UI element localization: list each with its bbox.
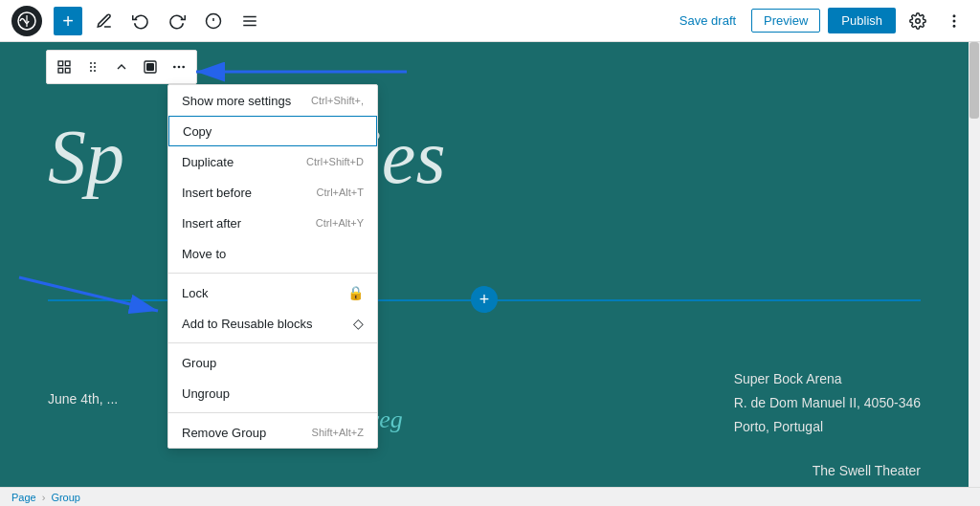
group-item[interactable]: Group — [168, 347, 377, 378]
ungroup-label: Ungroup — [182, 386, 230, 401]
menu-separator-2 — [168, 342, 377, 343]
breadcrumb-separator-1: › — [42, 492, 46, 503]
ungroup-item[interactable]: Ungroup — [168, 378, 377, 408]
svg-point-10 — [953, 25, 955, 27]
top-toolbar: + Save draft Preview Publish — [0, 0, 980, 42]
copy-item[interactable]: Copy — [168, 116, 377, 146]
insert-before-shortcut: Ctrl+Alt+T — [316, 187, 364, 198]
show-more-settings-label: Show more settings — [182, 94, 291, 108]
move-up-button[interactable] — [108, 54, 135, 80]
undo-button[interactable] — [126, 7, 155, 35]
breadcrumb-bar: Page › Group — [0, 487, 980, 506]
svg-point-8 — [953, 15, 955, 17]
lock-item[interactable]: Lock 🔒 — [168, 277, 377, 308]
svg-point-17 — [90, 66, 92, 68]
wp-logo[interactable] — [11, 6, 42, 36]
editor-canvas: Sp eries + June 4th, ... llenweg Super B… — [0, 42, 969, 487]
block-more-button[interactable] — [166, 54, 192, 80]
remove-group-item[interactable]: Remove Group Shift+Alt+Z — [168, 417, 377, 448]
theater-name: The Swell Theater — [813, 463, 921, 478]
venue-city: Porto, Portugal — [734, 415, 921, 439]
block-toolbar — [46, 50, 197, 84]
save-draft-button[interactable]: Save draft — [672, 10, 744, 32]
svg-point-20 — [94, 70, 96, 72]
info-button[interactable] — [199, 7, 228, 35]
scrollbar[interactable] — [969, 42, 980, 487]
svg-point-7 — [916, 18, 921, 23]
svg-point-24 — [178, 66, 181, 69]
drag-handle-button[interactable] — [79, 54, 106, 80]
svg-rect-22 — [147, 64, 154, 71]
lock-icon: 🔒 — [347, 285, 364, 300]
cover-block-button[interactable] — [137, 54, 164, 80]
event-date: June 4th, ... — [48, 391, 118, 407]
lock-label: Lock — [182, 286, 208, 300]
svg-rect-14 — [58, 68, 63, 73]
group-label: Group — [182, 356, 216, 370]
menu-separator-3 — [168, 412, 377, 413]
insert-before-item[interactable]: Insert before Ctrl+Alt+T — [168, 177, 377, 208]
svg-point-19 — [90, 70, 92, 72]
remove-group-label: Remove Group — [182, 426, 266, 440]
svg-rect-13 — [65, 68, 70, 73]
redo-button[interactable] — [163, 7, 191, 35]
add-reusable-item[interactable]: Add to Reusable blocks ◇ — [168, 308, 377, 339]
insert-after-shortcut: Ctrl+Alt+Y — [316, 217, 364, 229]
svg-point-9 — [953, 20, 955, 22]
move-to-item[interactable]: Move to — [168, 238, 377, 269]
transform-block-button[interactable] — [51, 54, 78, 80]
event-info: Super Bock Arena R. de Dom Manuel II, 40… — [734, 367, 921, 440]
show-more-settings-item[interactable]: Show more settings Ctrl+Shift+, — [168, 85, 377, 116]
duplicate-shortcut: Ctrl+Shift+D — [306, 156, 364, 167]
publish-button[interactable]: Publish — [828, 8, 896, 33]
reusable-icon: ◇ — [353, 316, 364, 331]
move-to-label: Move to — [182, 247, 226, 261]
duplicate-item[interactable]: Duplicate Ctrl+Shift+D — [168, 146, 377, 177]
top-bar-right: Save draft Preview Publish — [672, 7, 969, 35]
list-view-button[interactable] — [235, 7, 264, 35]
svg-point-16 — [94, 62, 96, 64]
duplicate-label: Duplicate — [182, 155, 234, 169]
menu-separator-1 — [168, 273, 377, 274]
svg-rect-12 — [65, 61, 70, 66]
breadcrumb-page[interactable]: Page — [11, 492, 36, 503]
insert-after-item[interactable]: Insert after Ctrl+Alt+Y — [168, 208, 377, 238]
svg-point-15 — [90, 62, 92, 64]
insert-before-label: Insert before — [182, 186, 252, 200]
svg-point-25 — [182, 66, 185, 69]
add-reusable-label: Add to Reusable blocks — [182, 317, 313, 331]
venue-name: Super Bock Arena — [734, 367, 921, 391]
scrollbar-thumb[interactable] — [969, 42, 979, 119]
remove-group-shortcut: Shift+Alt+Z — [312, 427, 364, 438]
preview-button[interactable]: Preview — [751, 9, 820, 33]
context-menu: Show more settings Ctrl+Shift+, Copy Dup… — [167, 84, 378, 449]
svg-point-18 — [94, 66, 96, 68]
editor-more-button[interactable] — [940, 7, 969, 35]
insert-after-label: Insert after — [182, 216, 241, 231]
svg-rect-11 — [58, 61, 63, 66]
tools-button[interactable] — [90, 7, 119, 35]
hero-text-sp: Sp — [48, 119, 124, 195]
venue-address: R. de Dom Manuel II, 4050-346 — [734, 391, 921, 415]
show-more-settings-shortcut: Ctrl+Shift+, — [311, 95, 364, 106]
settings-button[interactable] — [903, 7, 932, 35]
svg-point-23 — [173, 66, 176, 69]
copy-label: Copy — [183, 124, 212, 139]
breadcrumb-group[interactable]: Group — [51, 492, 80, 503]
add-block-button[interactable]: + — [54, 7, 82, 35]
add-block-canvas-button[interactable]: + — [471, 286, 498, 313]
